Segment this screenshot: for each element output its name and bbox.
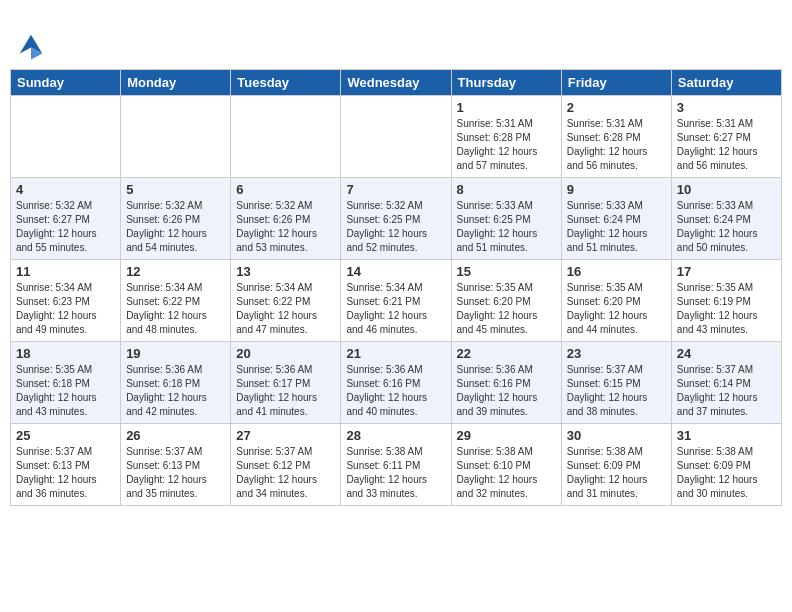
day-number: 18 <box>16 346 115 361</box>
calendar-cell: 26Sunrise: 5:37 AM Sunset: 6:13 PM Dayli… <box>121 424 231 506</box>
day-info: Sunrise: 5:35 AM Sunset: 6:18 PM Dayligh… <box>16 363 115 419</box>
day-info: Sunrise: 5:38 AM Sunset: 6:09 PM Dayligh… <box>567 445 666 501</box>
calendar-week-3: 11Sunrise: 5:34 AM Sunset: 6:23 PM Dayli… <box>11 260 782 342</box>
column-header-thursday: Thursday <box>451 70 561 96</box>
day-number: 17 <box>677 264 776 279</box>
day-number: 8 <box>457 182 556 197</box>
day-number: 21 <box>346 346 445 361</box>
day-info: Sunrise: 5:33 AM Sunset: 6:25 PM Dayligh… <box>457 199 556 255</box>
day-number: 3 <box>677 100 776 115</box>
calendar-cell: 6Sunrise: 5:32 AM Sunset: 6:26 PM Daylig… <box>231 178 341 260</box>
day-number: 29 <box>457 428 556 443</box>
day-number: 11 <box>16 264 115 279</box>
day-info: Sunrise: 5:32 AM Sunset: 6:26 PM Dayligh… <box>126 199 225 255</box>
column-header-monday: Monday <box>121 70 231 96</box>
day-info: Sunrise: 5:37 AM Sunset: 6:12 PM Dayligh… <box>236 445 335 501</box>
day-info: Sunrise: 5:34 AM Sunset: 6:22 PM Dayligh… <box>126 281 225 337</box>
day-info: Sunrise: 5:32 AM Sunset: 6:26 PM Dayligh… <box>236 199 335 255</box>
day-number: 1 <box>457 100 556 115</box>
day-info: Sunrise: 5:35 AM Sunset: 6:19 PM Dayligh… <box>677 281 776 337</box>
day-number: 15 <box>457 264 556 279</box>
day-number: 27 <box>236 428 335 443</box>
day-info: Sunrise: 5:36 AM Sunset: 6:18 PM Dayligh… <box>126 363 225 419</box>
calendar-cell: 29Sunrise: 5:38 AM Sunset: 6:10 PM Dayli… <box>451 424 561 506</box>
day-info: Sunrise: 5:34 AM Sunset: 6:21 PM Dayligh… <box>346 281 445 337</box>
calendar-cell: 22Sunrise: 5:36 AM Sunset: 6:16 PM Dayli… <box>451 342 561 424</box>
column-header-sunday: Sunday <box>11 70 121 96</box>
logo-icon <box>16 31 46 61</box>
day-number: 2 <box>567 100 666 115</box>
page-header <box>10 10 782 61</box>
calendar-cell <box>231 96 341 178</box>
day-info: Sunrise: 5:36 AM Sunset: 6:16 PM Dayligh… <box>346 363 445 419</box>
calendar-week-1: 1Sunrise: 5:31 AM Sunset: 6:28 PM Daylig… <box>11 96 782 178</box>
calendar-cell <box>121 96 231 178</box>
day-number: 24 <box>677 346 776 361</box>
day-info: Sunrise: 5:31 AM Sunset: 6:28 PM Dayligh… <box>457 117 556 173</box>
calendar-cell: 8Sunrise: 5:33 AM Sunset: 6:25 PM Daylig… <box>451 178 561 260</box>
calendar-cell: 20Sunrise: 5:36 AM Sunset: 6:17 PM Dayli… <box>231 342 341 424</box>
calendar-cell: 11Sunrise: 5:34 AM Sunset: 6:23 PM Dayli… <box>11 260 121 342</box>
day-number: 28 <box>346 428 445 443</box>
day-number: 6 <box>236 182 335 197</box>
day-number: 4 <box>16 182 115 197</box>
day-number: 7 <box>346 182 445 197</box>
calendar-week-2: 4Sunrise: 5:32 AM Sunset: 6:27 PM Daylig… <box>11 178 782 260</box>
day-number: 19 <box>126 346 225 361</box>
calendar-cell: 4Sunrise: 5:32 AM Sunset: 6:27 PM Daylig… <box>11 178 121 260</box>
calendar-cell: 24Sunrise: 5:37 AM Sunset: 6:14 PM Dayli… <box>671 342 781 424</box>
day-info: Sunrise: 5:33 AM Sunset: 6:24 PM Dayligh… <box>677 199 776 255</box>
calendar-cell: 23Sunrise: 5:37 AM Sunset: 6:15 PM Dayli… <box>561 342 671 424</box>
calendar-cell: 2Sunrise: 5:31 AM Sunset: 6:28 PM Daylig… <box>561 96 671 178</box>
calendar-header-row: SundayMondayTuesdayWednesdayThursdayFrid… <box>11 70 782 96</box>
calendar-table: SundayMondayTuesdayWednesdayThursdayFrid… <box>10 69 782 506</box>
calendar-cell: 13Sunrise: 5:34 AM Sunset: 6:22 PM Dayli… <box>231 260 341 342</box>
day-number: 16 <box>567 264 666 279</box>
calendar-cell: 1Sunrise: 5:31 AM Sunset: 6:28 PM Daylig… <box>451 96 561 178</box>
calendar-cell: 28Sunrise: 5:38 AM Sunset: 6:11 PM Dayli… <box>341 424 451 506</box>
day-info: Sunrise: 5:38 AM Sunset: 6:09 PM Dayligh… <box>677 445 776 501</box>
calendar-week-5: 25Sunrise: 5:37 AM Sunset: 6:13 PM Dayli… <box>11 424 782 506</box>
day-info: Sunrise: 5:37 AM Sunset: 6:15 PM Dayligh… <box>567 363 666 419</box>
day-number: 22 <box>457 346 556 361</box>
day-number: 20 <box>236 346 335 361</box>
calendar-cell: 9Sunrise: 5:33 AM Sunset: 6:24 PM Daylig… <box>561 178 671 260</box>
calendar-cell: 10Sunrise: 5:33 AM Sunset: 6:24 PM Dayli… <box>671 178 781 260</box>
day-info: Sunrise: 5:36 AM Sunset: 6:16 PM Dayligh… <box>457 363 556 419</box>
day-info: Sunrise: 5:31 AM Sunset: 6:28 PM Dayligh… <box>567 117 666 173</box>
day-number: 25 <box>16 428 115 443</box>
calendar-cell: 21Sunrise: 5:36 AM Sunset: 6:16 PM Dayli… <box>341 342 451 424</box>
calendar-cell: 27Sunrise: 5:37 AM Sunset: 6:12 PM Dayli… <box>231 424 341 506</box>
calendar-cell: 18Sunrise: 5:35 AM Sunset: 6:18 PM Dayli… <box>11 342 121 424</box>
day-info: Sunrise: 5:37 AM Sunset: 6:13 PM Dayligh… <box>16 445 115 501</box>
calendar-cell <box>341 96 451 178</box>
day-number: 31 <box>677 428 776 443</box>
calendar-cell: 3Sunrise: 5:31 AM Sunset: 6:27 PM Daylig… <box>671 96 781 178</box>
calendar-cell: 25Sunrise: 5:37 AM Sunset: 6:13 PM Dayli… <box>11 424 121 506</box>
day-number: 5 <box>126 182 225 197</box>
calendar-cell: 12Sunrise: 5:34 AM Sunset: 6:22 PM Dayli… <box>121 260 231 342</box>
calendar-cell: 30Sunrise: 5:38 AM Sunset: 6:09 PM Dayli… <box>561 424 671 506</box>
day-info: Sunrise: 5:38 AM Sunset: 6:10 PM Dayligh… <box>457 445 556 501</box>
day-info: Sunrise: 5:31 AM Sunset: 6:27 PM Dayligh… <box>677 117 776 173</box>
column-header-wednesday: Wednesday <box>341 70 451 96</box>
day-number: 23 <box>567 346 666 361</box>
column-header-tuesday: Tuesday <box>231 70 341 96</box>
day-info: Sunrise: 5:35 AM Sunset: 6:20 PM Dayligh… <box>457 281 556 337</box>
calendar-cell: 7Sunrise: 5:32 AM Sunset: 6:25 PM Daylig… <box>341 178 451 260</box>
day-number: 26 <box>126 428 225 443</box>
day-info: Sunrise: 5:37 AM Sunset: 6:13 PM Dayligh… <box>126 445 225 501</box>
day-info: Sunrise: 5:32 AM Sunset: 6:25 PM Dayligh… <box>346 199 445 255</box>
column-header-friday: Friday <box>561 70 671 96</box>
day-info: Sunrise: 5:33 AM Sunset: 6:24 PM Dayligh… <box>567 199 666 255</box>
day-info: Sunrise: 5:34 AM Sunset: 6:23 PM Dayligh… <box>16 281 115 337</box>
calendar-cell: 16Sunrise: 5:35 AM Sunset: 6:20 PM Dayli… <box>561 260 671 342</box>
day-info: Sunrise: 5:37 AM Sunset: 6:14 PM Dayligh… <box>677 363 776 419</box>
day-number: 30 <box>567 428 666 443</box>
calendar-week-4: 18Sunrise: 5:35 AM Sunset: 6:18 PM Dayli… <box>11 342 782 424</box>
day-info: Sunrise: 5:36 AM Sunset: 6:17 PM Dayligh… <box>236 363 335 419</box>
day-number: 13 <box>236 264 335 279</box>
logo <box>14 10 46 61</box>
calendar-cell: 5Sunrise: 5:32 AM Sunset: 6:26 PM Daylig… <box>121 178 231 260</box>
day-number: 12 <box>126 264 225 279</box>
